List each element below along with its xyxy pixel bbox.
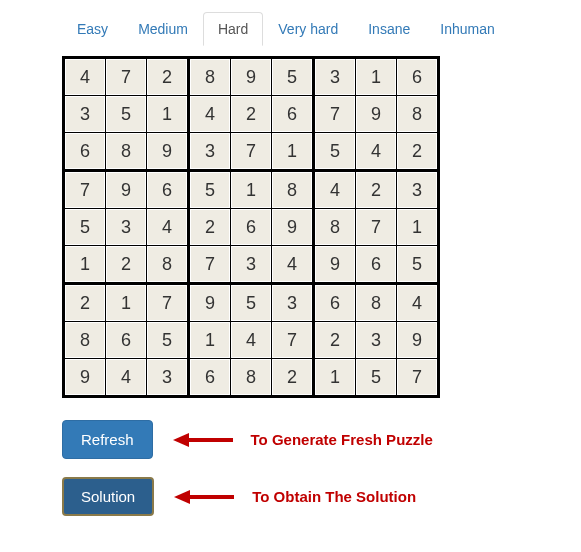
cell: 4 xyxy=(106,359,147,397)
cell: 8 xyxy=(397,96,439,133)
cell: 9 xyxy=(189,284,231,322)
cell: 9 xyxy=(272,209,314,246)
cell: 5 xyxy=(189,171,231,209)
solution-hint: To Obtain The Solution xyxy=(252,488,416,505)
refresh-hint: To Generate Fresh Puzzle xyxy=(251,431,433,448)
cell: 7 xyxy=(106,58,147,96)
cell: 5 xyxy=(231,284,272,322)
cell: 9 xyxy=(356,96,397,133)
cell: 1 xyxy=(64,246,106,284)
cell: 7 xyxy=(231,133,272,171)
tab-very-hard[interactable]: Very hard xyxy=(263,12,353,46)
cell: 9 xyxy=(64,359,106,397)
solution-button[interactable]: Solution xyxy=(62,477,154,516)
cell: 3 xyxy=(231,246,272,284)
cell: 8 xyxy=(106,133,147,171)
cell: 6 xyxy=(147,171,189,209)
arrow-icon xyxy=(174,487,234,507)
refresh-button[interactable]: Refresh xyxy=(62,420,153,459)
controls: Refresh To Generate Fresh Puzzle Solutio… xyxy=(62,420,581,516)
cell: 2 xyxy=(231,96,272,133)
cell: 2 xyxy=(397,133,439,171)
cell: 2 xyxy=(272,359,314,397)
cell: 2 xyxy=(64,284,106,322)
cell: 7 xyxy=(356,209,397,246)
cell: 2 xyxy=(189,209,231,246)
cell: 4 xyxy=(189,96,231,133)
cell: 4 xyxy=(356,133,397,171)
cell: 9 xyxy=(147,133,189,171)
cell: 7 xyxy=(189,246,231,284)
cell: 1 xyxy=(231,171,272,209)
cell: 3 xyxy=(397,171,439,209)
cell: 5 xyxy=(356,359,397,397)
cell: 7 xyxy=(147,284,189,322)
cell: 7 xyxy=(314,96,356,133)
cell: 4 xyxy=(272,246,314,284)
cell: 4 xyxy=(314,171,356,209)
cell: 8 xyxy=(314,209,356,246)
cell: 9 xyxy=(314,246,356,284)
cell: 9 xyxy=(106,171,147,209)
cell: 3 xyxy=(147,359,189,397)
cell: 3 xyxy=(356,322,397,359)
cell: 3 xyxy=(106,209,147,246)
cell: 4 xyxy=(397,284,439,322)
tab-insane[interactable]: Insane xyxy=(353,12,425,46)
svg-marker-3 xyxy=(174,490,190,504)
cell: 5 xyxy=(147,322,189,359)
cell: 4 xyxy=(231,322,272,359)
cell: 3 xyxy=(64,96,106,133)
cell: 2 xyxy=(314,322,356,359)
tab-easy[interactable]: Easy xyxy=(62,12,123,46)
cell: 2 xyxy=(356,171,397,209)
cell: 6 xyxy=(272,96,314,133)
cell: 6 xyxy=(356,246,397,284)
cell: 8 xyxy=(147,246,189,284)
cell: 8 xyxy=(64,322,106,359)
cell: 5 xyxy=(397,246,439,284)
cell: 1 xyxy=(314,359,356,397)
cell: 5 xyxy=(64,209,106,246)
cell: 6 xyxy=(231,209,272,246)
cell: 5 xyxy=(106,96,147,133)
cell: 3 xyxy=(189,133,231,171)
cell: 8 xyxy=(356,284,397,322)
difficulty-tabs: EasyMediumHardVery hardInsaneInhuman xyxy=(62,12,581,46)
cell: 8 xyxy=(272,171,314,209)
cell: 1 xyxy=(147,96,189,133)
cell: 3 xyxy=(272,284,314,322)
cell: 1 xyxy=(397,209,439,246)
arrow-icon xyxy=(173,430,233,450)
svg-marker-1 xyxy=(173,433,189,447)
cell: 6 xyxy=(189,359,231,397)
cell: 4 xyxy=(64,58,106,96)
cell: 1 xyxy=(356,58,397,96)
cell: 3 xyxy=(314,58,356,96)
cell: 9 xyxy=(231,58,272,96)
cell: 5 xyxy=(314,133,356,171)
cell: 6 xyxy=(64,133,106,171)
cell: 1 xyxy=(189,322,231,359)
cell: 2 xyxy=(147,58,189,96)
tab-medium[interactable]: Medium xyxy=(123,12,203,46)
cell: 1 xyxy=(106,284,147,322)
cell: 7 xyxy=(397,359,439,397)
cell: 6 xyxy=(314,284,356,322)
cell: 6 xyxy=(397,58,439,96)
cell: 5 xyxy=(272,58,314,96)
cell: 7 xyxy=(272,322,314,359)
cell: 8 xyxy=(189,58,231,96)
cell: 8 xyxy=(231,359,272,397)
cell: 9 xyxy=(397,322,439,359)
cell: 4 xyxy=(147,209,189,246)
tab-hard[interactable]: Hard xyxy=(203,12,263,46)
sudoku-board: 4728953163514267986893715427965184235342… xyxy=(62,56,440,398)
cell: 2 xyxy=(106,246,147,284)
cell: 7 xyxy=(64,171,106,209)
tab-inhuman[interactable]: Inhuman xyxy=(425,12,509,46)
cell: 6 xyxy=(106,322,147,359)
cell: 1 xyxy=(272,133,314,171)
